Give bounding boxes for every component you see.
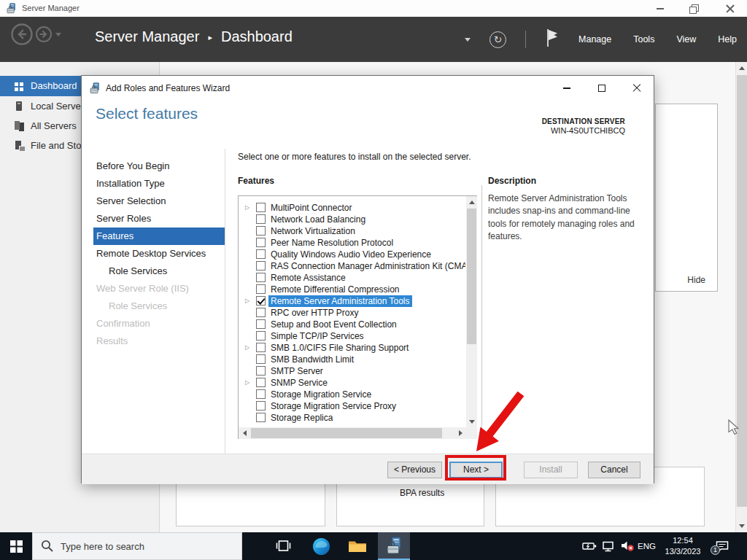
wizard-maximize-button[interactable] bbox=[585, 76, 618, 101]
cancel-button[interactable]: Cancel bbox=[588, 462, 640, 478]
scroll-left-icon[interactable] bbox=[239, 427, 250, 439]
refresh-icon[interactable]: ↻ bbox=[489, 31, 506, 48]
feature-row[interactable]: ▷ RAS Connection Manager Administration … bbox=[239, 260, 465, 272]
expander-icon[interactable]: ▷ bbox=[245, 342, 249, 354]
feature-checkbox[interactable] bbox=[256, 366, 266, 376]
features-vscrollbar[interactable] bbox=[466, 196, 477, 427]
volume-muted-icon[interactable] bbox=[618, 532, 637, 560]
step-confirmation[interactable]: Confirmation bbox=[96, 315, 225, 332]
scrollbar-thumb[interactable] bbox=[737, 75, 747, 507]
feature-checkbox[interactable] bbox=[256, 226, 266, 236]
feature-row[interactable]: ▷ Quality Windows Audio Video Experience bbox=[239, 249, 465, 260]
step-role-services-iis[interactable]: Role Services bbox=[96, 298, 225, 315]
features-hscrollbar[interactable] bbox=[239, 427, 466, 439]
server-manager-taskbar-button[interactable] bbox=[378, 532, 410, 560]
next-button[interactable]: Next > bbox=[449, 462, 503, 478]
wizard-minimize-button[interactable] bbox=[550, 76, 583, 101]
expander-icon[interactable]: ▷ bbox=[245, 202, 249, 214]
file-explorer-button[interactable] bbox=[341, 532, 374, 560]
notifications-flag-icon[interactable] bbox=[545, 28, 560, 50]
scroll-down-icon[interactable] bbox=[466, 416, 477, 427]
feature-row[interactable]: ▷ Remote Server Administration Tools bbox=[239, 295, 465, 307]
search-input[interactable]: Type here to search bbox=[32, 532, 242, 560]
feature-row[interactable]: ▷ SMTP Server bbox=[239, 365, 465, 377]
scrollbar-thumb[interactable] bbox=[467, 209, 476, 344]
feature-checkbox[interactable] bbox=[256, 296, 266, 306]
expander-icon[interactable]: ▷ bbox=[245, 377, 249, 389]
feature-checkbox[interactable] bbox=[256, 284, 266, 294]
feature-checkbox[interactable] bbox=[256, 308, 266, 317]
feature-checkbox[interactable] bbox=[256, 413, 266, 422]
breadcrumb-app[interactable]: Server Manager bbox=[95, 28, 199, 44]
hide-link[interactable]: Hide bbox=[687, 275, 705, 285]
feature-row[interactable]: ▷ Remote Differential Compression bbox=[239, 284, 465, 295]
step-features[interactable]: Features bbox=[93, 228, 225, 245]
step-before-you-begin[interactable]: Before You Begin bbox=[96, 158, 225, 175]
scrollbar-thumb[interactable] bbox=[251, 428, 442, 438]
feature-row[interactable]: ▷ Storage Migration Service bbox=[239, 389, 465, 400]
scroll-up-icon[interactable] bbox=[466, 196, 477, 208]
step-remote-desktop-services[interactable]: Remote Desktop Services bbox=[96, 245, 225, 262]
bpa-results-label[interactable]: BPA results bbox=[400, 488, 444, 498]
feature-row[interactable]: ▷ Network Virtualization bbox=[239, 225, 465, 237]
feature-row[interactable]: ▷ Network Load Balancing bbox=[239, 214, 465, 225]
window-restore-button[interactable] bbox=[681, 0, 705, 17]
task-view-button[interactable] bbox=[267, 532, 299, 560]
install-button[interactable]: Install bbox=[524, 462, 578, 478]
feature-checkbox[interactable] bbox=[256, 214, 266, 224]
previous-button[interactable]: < Previous bbox=[387, 462, 442, 478]
forward-button[interactable] bbox=[35, 26, 53, 46]
menu-tools[interactable]: Tools bbox=[633, 34, 654, 44]
feature-checkbox[interactable] bbox=[256, 319, 266, 329]
feature-checkbox[interactable] bbox=[256, 238, 266, 247]
feature-row[interactable]: ▷ SMB 1.0/CIFS File Sharing Support bbox=[239, 342, 465, 354]
step-role-services-rds[interactable]: Role Services bbox=[96, 262, 225, 280]
start-button[interactable] bbox=[0, 532, 32, 560]
feature-checkbox[interactable] bbox=[256, 401, 266, 411]
feature-row[interactable]: ▷ Setup and Boot Event Collection bbox=[239, 319, 465, 330]
feature-checkbox[interactable] bbox=[256, 354, 266, 364]
feature-checkbox[interactable] bbox=[256, 378, 266, 387]
feature-row[interactable]: ▷ Simple TCP/IP Services bbox=[239, 330, 465, 342]
feature-checkbox[interactable] bbox=[256, 343, 266, 352]
menu-help[interactable]: Help bbox=[718, 34, 737, 44]
breadcrumb-page[interactable]: Dashboard bbox=[221, 28, 293, 44]
step-results[interactable]: Results bbox=[96, 332, 225, 350]
feature-row[interactable]: ▷ Remote Assistance bbox=[239, 272, 465, 284]
feature-row[interactable]: ▷ SMB Bandwidth Limit bbox=[239, 354, 465, 365]
nav-history-caret[interactable] bbox=[55, 33, 61, 36]
feature-checkbox[interactable] bbox=[256, 331, 266, 341]
feature-row[interactable]: ▷ SNMP Service bbox=[239, 377, 465, 389]
window-scrollbar[interactable] bbox=[735, 62, 747, 532]
network-icon[interactable] bbox=[600, 532, 617, 560]
step-server-selection[interactable]: Server Selection bbox=[96, 192, 225, 210]
expander-icon[interactable]: ▷ bbox=[245, 295, 249, 307]
battery-icon[interactable] bbox=[581, 532, 598, 560]
step-web-server-role-iis[interactable]: Web Server Role (IIS) bbox=[96, 280, 225, 298]
menu-manage[interactable]: Manage bbox=[578, 34, 611, 44]
feature-checkbox[interactable] bbox=[256, 203, 266, 212]
feature-row[interactable]: ▷ MultiPoint Connector bbox=[239, 202, 465, 214]
clock[interactable]: 12:54 13/3/2023 bbox=[660, 535, 705, 557]
scroll-right-icon[interactable] bbox=[454, 427, 466, 439]
feature-row[interactable]: ▷ RPC over HTTP Proxy bbox=[239, 307, 465, 319]
back-button[interactable] bbox=[10, 23, 34, 49]
scroll-down-icon[interactable] bbox=[736, 520, 747, 532]
window-minimize-button[interactable] bbox=[648, 0, 673, 17]
feature-row[interactable]: ▷ Storage Migration Service Proxy bbox=[239, 400, 465, 412]
feature-row[interactable]: ▷ Peer Name Resolution Protocol bbox=[239, 237, 465, 249]
menu-view[interactable]: View bbox=[676, 34, 696, 44]
feature-checkbox[interactable] bbox=[256, 389, 266, 399]
wizard-close-button[interactable] bbox=[620, 76, 653, 101]
feature-row[interactable]: ▷ Storage Replica bbox=[239, 412, 465, 424]
language-indicator[interactable]: ENG bbox=[638, 532, 656, 560]
feature-checkbox[interactable] bbox=[256, 261, 266, 271]
step-server-roles[interactable]: Server Roles bbox=[96, 210, 225, 228]
step-installation-type[interactable]: Installation Type bbox=[96, 175, 225, 192]
feature-checkbox[interactable] bbox=[256, 249, 266, 259]
window-close-button[interactable] bbox=[718, 0, 743, 17]
chevron-down-icon[interactable] bbox=[465, 38, 471, 42]
edge-browser-button[interactable] bbox=[305, 532, 337, 560]
feature-checkbox[interactable] bbox=[256, 273, 266, 282]
scroll-up-icon[interactable] bbox=[736, 62, 747, 74]
